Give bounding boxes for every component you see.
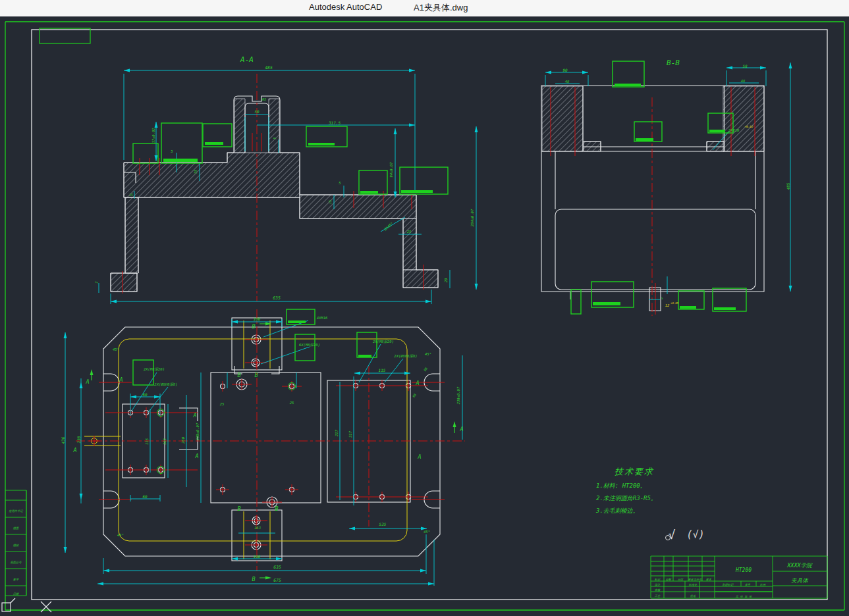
drawing-canvas[interactable]: HT200 XXXX学院 夹具体 A-A B-B √ (√) 48550317.… bbox=[0, 0, 849, 616]
dimension-label: 635 bbox=[273, 565, 281, 570]
tech-req-title: 技术要求 bbox=[615, 466, 728, 478]
dimension-label: +0.05 bbox=[671, 301, 679, 305]
dimension-label: 2XØ10 bbox=[728, 128, 740, 132]
dimension-label: 25 bbox=[220, 402, 225, 406]
tech-req-item: 3.去毛刺棱边。 bbox=[596, 507, 728, 515]
dimension-label: 5 bbox=[273, 137, 277, 139]
dimension-label: 45° bbox=[117, 533, 124, 537]
dimension-label: 230±0.07 bbox=[196, 423, 200, 440]
title-block-cell-label: 标准化 bbox=[689, 583, 698, 586]
dimension-label: 60 bbox=[142, 494, 148, 499]
dimension-label: 436 bbox=[61, 436, 65, 444]
dimension-label: 115 bbox=[379, 368, 386, 372]
plan-view bbox=[103, 318, 440, 561]
dimension-label: 485 bbox=[265, 65, 273, 70]
tech-req-item: 1.材料: HT200。 bbox=[596, 482, 728, 490]
title-block-cell-label: 处数 bbox=[665, 578, 672, 581]
dimension-label: A bbox=[417, 453, 421, 460]
drawing-frame bbox=[5, 22, 844, 610]
dimension-label: B bbox=[252, 576, 255, 582]
dimension-label: 25 bbox=[407, 230, 412, 234]
dimension-label: 230±0.07 bbox=[456, 386, 460, 404]
dimension-label: 165 bbox=[163, 438, 167, 445]
dimension-label: +0.02 bbox=[744, 125, 753, 128]
border-strip-label: 签字 bbox=[13, 578, 19, 581]
border-strip-label: 日期 bbox=[13, 592, 19, 596]
dimension-label: 37±0.02 bbox=[151, 128, 155, 144]
dimension-label: A bbox=[85, 378, 89, 385]
title-block-cell-label: 审核 bbox=[655, 588, 661, 592]
corner-box bbox=[40, 28, 90, 43]
dimension-label: 3X45° bbox=[383, 221, 394, 232]
dimension-label: 100 bbox=[254, 317, 261, 321]
dimension-label: 6X(M8深20) bbox=[299, 343, 320, 347]
dimension-label: 284±0.07 bbox=[470, 209, 474, 226]
dimension-label: 20 bbox=[444, 278, 448, 282]
title-block-cell-label: 共 张 第 张 bbox=[736, 595, 752, 598]
dimension-label: 75 bbox=[194, 170, 198, 174]
dimension-label: 317 bbox=[348, 430, 352, 438]
title-block-cell-label: 分区 bbox=[678, 578, 684, 581]
title-block-cell-label: 质量 bbox=[745, 583, 751, 586]
window-titlebar: Autodesk AutoCAD A1夹具体.dwg bbox=[0, 0, 849, 16]
dimension-label: R6 bbox=[423, 367, 428, 372]
autocad-canvas[interactable]: HT200 XXXX学院 夹具体 A-A B-B √ (√) 48550317.… bbox=[0, 0, 849, 616]
dimension-label: 58 bbox=[742, 64, 748, 68]
dimension-label: 94±0.07 bbox=[389, 162, 393, 178]
dimension-label: A bbox=[72, 447, 76, 453]
dimension-label: A bbox=[415, 380, 419, 386]
dimension-label: 12 bbox=[665, 303, 670, 307]
dimension-label: 317.5 bbox=[328, 120, 341, 125]
ucs-icon bbox=[2, 598, 15, 611]
border-strip-label: 描校 bbox=[13, 544, 19, 547]
dimension-label: 15 bbox=[129, 193, 133, 197]
dimension-label: 45° bbox=[113, 347, 119, 351]
title-block-cell-label: 签名 bbox=[706, 578, 712, 581]
border-strip-label: 描图 bbox=[13, 526, 19, 530]
border-strip-label: 借用件登记 bbox=[9, 509, 23, 513]
dimension-label: 5 bbox=[171, 149, 173, 153]
title-block-cell-label: 标记 bbox=[655, 578, 661, 581]
dimension-label: B bbox=[254, 372, 258, 378]
material-label: HT200 bbox=[735, 567, 752, 573]
dimension-label: 115 bbox=[145, 438, 149, 445]
dimension-label: R5 bbox=[262, 97, 266, 101]
dimension-label: 2X(Ø8H6深8) bbox=[154, 382, 177, 386]
title-block-cell-label: 批准 bbox=[690, 594, 696, 598]
dimension-label: B bbox=[237, 372, 240, 378]
dimension-label: 163 bbox=[254, 526, 261, 530]
dimension-label: B bbox=[237, 505, 240, 512]
dimension-label: 25 bbox=[290, 401, 294, 405]
dimension-label: 90 bbox=[562, 68, 568, 72]
tech-req-item: 2.未注明圆角R3-R5。 bbox=[596, 494, 728, 503]
dimension-label: A bbox=[459, 426, 463, 432]
dimension-label: 5 bbox=[661, 297, 663, 300]
dimension-label: 60 bbox=[142, 392, 148, 397]
title-block-cell-label: 阶段标记 bbox=[723, 583, 734, 586]
border-strip-label: 底图总号 bbox=[10, 561, 22, 564]
dimension-label: R8 bbox=[412, 393, 417, 398]
title-block-cell-label: 工艺 bbox=[655, 594, 661, 598]
dimension-label: 2 bbox=[94, 281, 98, 283]
title-block-cell-label: 比例 bbox=[760, 583, 766, 586]
dimension-label: 217 bbox=[335, 429, 339, 436]
dimension-label: 5 bbox=[339, 181, 341, 185]
dimension-label: 485 bbox=[786, 182, 790, 190]
dimension-label: 2X(M8深20) bbox=[373, 340, 394, 344]
surface-finish-symbols: √ (√) bbox=[666, 528, 705, 542]
dimension-label: 45° bbox=[424, 530, 430, 534]
surface-finish-secondary: (√) bbox=[686, 528, 704, 540]
section-bb-label: B-B bbox=[667, 59, 680, 67]
title-block-cell-label: 设计 bbox=[655, 583, 661, 586]
dimension-label: 100 bbox=[254, 554, 261, 559]
company-label: XXXX学院 bbox=[786, 562, 813, 569]
dimension-label: 635 bbox=[273, 295, 281, 301]
dimension-label: 260 bbox=[181, 436, 185, 444]
section-aa-label: A-A bbox=[240, 55, 254, 64]
dimension-label: 675 bbox=[273, 578, 281, 583]
annotation-layer: 48550317.537±0.0255157594±0.07515284±0.0… bbox=[9, 64, 790, 598]
technical-requirements: 技术要求 1.材料: HT200。 2.未注明圆角R3-R5。 3.去毛刺棱边。 bbox=[596, 466, 728, 515]
dimension-label: 45° bbox=[425, 352, 431, 356]
part-name-label: 夹具体 bbox=[791, 577, 809, 584]
app-title: Autodesk AutoCAD bbox=[309, 2, 382, 12]
